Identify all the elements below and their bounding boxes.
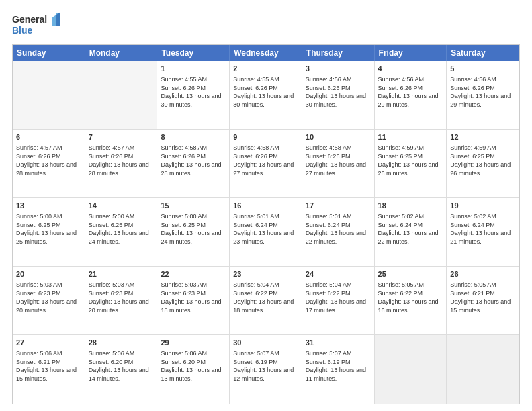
- day-number: 27: [16, 338, 81, 348]
- daylight-text: Daylight: 13 hours and 30 minutes.: [306, 93, 366, 108]
- cal-cell: 28Sunrise: 5:06 AMSunset: 6:20 PMDayligh…: [85, 335, 158, 404]
- sunset-text: Sunset: 6:20 PM: [161, 359, 206, 365]
- day-number: 28: [89, 338, 154, 348]
- sunset-text: Sunset: 6:21 PM: [450, 290, 495, 297]
- day-number: 15: [161, 201, 226, 211]
- day-number: 24: [306, 269, 371, 279]
- cal-cell: 29Sunrise: 5:06 AMSunset: 6:20 PMDayligh…: [157, 335, 230, 404]
- sunset-text: Sunset: 6:22 PM: [233, 290, 278, 297]
- daylight-text: Daylight: 13 hours and 24 minutes.: [161, 230, 221, 245]
- sunset-text: Sunset: 6:26 PM: [16, 153, 61, 160]
- daylight-text: Daylight: 13 hours and 27 minutes.: [306, 161, 366, 177]
- daylight-text: Daylight: 13 hours and 18 minutes.: [233, 298, 294, 314]
- cal-cell: 15Sunrise: 5:00 AMSunset: 6:25 PMDayligh…: [157, 198, 230, 266]
- cal-cell: 3Sunrise: 4:56 AMSunset: 6:26 PMDaylight…: [302, 61, 375, 129]
- sunrise-text: Sunrise: 5:03 AM: [89, 281, 135, 288]
- day-number: 31: [306, 338, 371, 348]
- sunset-text: Sunset: 6:23 PM: [89, 290, 134, 297]
- daylight-text: Daylight: 13 hours and 28 minutes.: [16, 161, 77, 177]
- sunrise-text: Sunrise: 4:55 AM: [161, 76, 207, 83]
- day-number: 2: [233, 64, 298, 74]
- sunset-text: Sunset: 6:24 PM: [306, 222, 351, 228]
- cal-cell: 16Sunrise: 5:01 AMSunset: 6:24 PMDayligh…: [230, 198, 302, 266]
- sunset-text: Sunset: 6:26 PM: [161, 85, 206, 91]
- svg-marker-2: [56, 13, 60, 26]
- daylight-text: Daylight: 13 hours and 30 minutes.: [161, 93, 221, 108]
- sunset-text: Sunset: 6:19 PM: [233, 359, 278, 365]
- cal-cell: 25Sunrise: 5:05 AMSunset: 6:22 PMDayligh…: [375, 267, 447, 334]
- day-number: 17: [306, 201, 371, 211]
- sunrise-text: Sunrise: 5:01 AM: [306, 213, 352, 220]
- day-number: 30: [233, 338, 298, 348]
- daylight-text: Daylight: 13 hours and 26 minutes.: [378, 161, 439, 177]
- header-monday: Monday: [85, 45, 158, 61]
- day-number: 9: [233, 132, 298, 142]
- sunset-text: Sunset: 6:21 PM: [16, 359, 61, 365]
- cal-cell: 27Sunrise: 5:06 AMSunset: 6:21 PMDayligh…: [13, 335, 85, 404]
- sunrise-text: Sunrise: 4:58 AM: [161, 144, 207, 151]
- sunrise-text: Sunrise: 5:07 AM: [306, 350, 352, 357]
- daylight-text: Daylight: 13 hours and 17 minutes.: [306, 298, 366, 314]
- svg-text:Blue: Blue: [12, 25, 33, 36]
- sunrise-text: Sunrise: 5:03 AM: [16, 281, 62, 288]
- day-number: 10: [306, 132, 371, 142]
- cal-cell: 5Sunrise: 4:56 AMSunset: 6:26 PMDaylight…: [447, 61, 519, 129]
- daylight-text: Daylight: 13 hours and 20 minutes.: [16, 298, 77, 314]
- daylight-text: Daylight: 13 hours and 11 minutes.: [306, 367, 366, 382]
- header-sunday: Sunday: [13, 45, 85, 61]
- cal-cell: 20Sunrise: 5:03 AMSunset: 6:23 PMDayligh…: [13, 267, 85, 334]
- day-number: 20: [16, 269, 81, 279]
- sunrise-text: Sunrise: 5:02 AM: [378, 213, 425, 220]
- sunrise-text: Sunrise: 5:00 AM: [16, 213, 62, 220]
- sunset-text: Sunset: 6:26 PM: [233, 153, 278, 160]
- sunrise-text: Sunrise: 5:04 AM: [306, 281, 352, 288]
- logo-svg: General Blue: [12, 12, 66, 38]
- sunrise-text: Sunrise: 4:59 AM: [378, 144, 425, 151]
- sunset-text: Sunset: 6:26 PM: [306, 153, 351, 160]
- sunset-text: Sunset: 6:26 PM: [89, 153, 134, 160]
- day-number: 19: [450, 201, 516, 211]
- sunset-text: Sunset: 6:23 PM: [161, 290, 206, 297]
- day-number: 21: [89, 269, 154, 279]
- sunrise-text: Sunrise: 4:58 AM: [233, 144, 279, 151]
- sunrise-text: Sunrise: 4:57 AM: [89, 144, 135, 151]
- cal-cell: 6Sunrise: 4:57 AMSunset: 6:26 PMDaylight…: [13, 130, 85, 197]
- sunrise-text: Sunrise: 5:05 AM: [450, 281, 496, 288]
- cal-cell: 31Sunrise: 5:07 AMSunset: 6:19 PMDayligh…: [302, 335, 375, 404]
- header-thursday: Thursday: [302, 45, 375, 61]
- cal-cell: 8Sunrise: 4:58 AMSunset: 6:26 PMDaylight…: [157, 130, 230, 197]
- calendar-header: SundayMondayTuesdayWednesdayThursdayFrid…: [13, 45, 519, 61]
- header: General Blue: [12, 12, 520, 38]
- cal-cell: 1Sunrise: 4:55 AMSunset: 6:26 PMDaylight…: [157, 61, 230, 129]
- sunrise-text: Sunrise: 5:06 AM: [161, 350, 207, 357]
- cal-cell: 26Sunrise: 5:05 AMSunset: 6:21 PMDayligh…: [447, 267, 519, 334]
- sunset-text: Sunset: 6:25 PM: [161, 222, 206, 228]
- sunrise-text: Sunrise: 4:57 AM: [16, 144, 62, 151]
- sunset-text: Sunset: 6:19 PM: [306, 359, 351, 365]
- header-friday: Friday: [375, 45, 447, 61]
- sunset-text: Sunset: 6:24 PM: [233, 222, 278, 228]
- day-number: 14: [89, 201, 154, 211]
- cal-cell: 9Sunrise: 4:58 AMSunset: 6:26 PMDaylight…: [230, 130, 302, 197]
- daylight-text: Daylight: 13 hours and 14 minutes.: [89, 367, 149, 382]
- cal-cell: [13, 61, 85, 129]
- cal-cell: 13Sunrise: 5:00 AMSunset: 6:25 PMDayligh…: [13, 198, 85, 266]
- daylight-text: Daylight: 13 hours and 20 minutes.: [89, 298, 149, 314]
- daylight-text: Daylight: 13 hours and 12 minutes.: [233, 367, 294, 382]
- sunset-text: Sunset: 6:24 PM: [378, 222, 423, 228]
- sunrise-text: Sunrise: 5:02 AM: [450, 213, 496, 220]
- day-number: 3: [306, 64, 371, 74]
- daylight-text: Daylight: 13 hours and 29 minutes.: [378, 93, 439, 108]
- daylight-text: Daylight: 13 hours and 22 minutes.: [378, 230, 439, 245]
- day-number: 6: [16, 132, 81, 142]
- sunrise-text: Sunrise: 5:06 AM: [89, 350, 135, 357]
- svg-text:General: General: [12, 14, 47, 25]
- day-number: 29: [161, 338, 226, 348]
- sunset-text: Sunset: 6:25 PM: [378, 153, 423, 160]
- daylight-text: Daylight: 13 hours and 13 minutes.: [161, 367, 221, 382]
- sunset-text: Sunset: 6:26 PM: [161, 153, 206, 160]
- header-wednesday: Wednesday: [230, 45, 302, 61]
- sunrise-text: Sunrise: 4:55 AM: [233, 76, 279, 83]
- sunset-text: Sunset: 6:25 PM: [450, 153, 495, 160]
- cal-cell: 19Sunrise: 5:02 AMSunset: 6:24 PMDayligh…: [447, 198, 519, 266]
